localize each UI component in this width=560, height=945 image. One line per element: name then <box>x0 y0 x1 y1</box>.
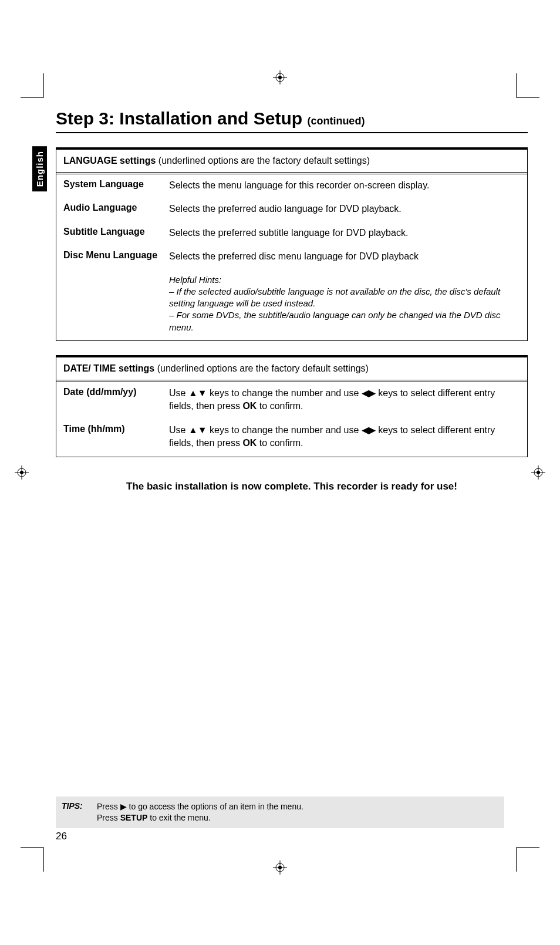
table-row: Subtitle Language Selects the preferred … <box>63 227 520 239</box>
hints-line: – If the selected audio/subtitle languag… <box>169 286 520 310</box>
row-desc: Selects the preferred audio language for… <box>169 203 520 215</box>
table-row: Disc Menu Language Selects the preferred… <box>63 250 520 263</box>
table-header: DATE/ TIME settings (underlined options … <box>56 357 527 382</box>
table-body: Date (dd/mm/yy) Use ▲▼ keys to change th… <box>56 382 527 457</box>
tips-bar: TIPS: Press ▶ to go access the options o… <box>56 797 504 828</box>
row-desc: Use ▲▼ keys to change the number and use… <box>169 424 520 450</box>
table-header: LANGUAGE settings (underlined options ar… <box>56 150 527 174</box>
desc-part: keys to change the number and use <box>207 425 362 435</box>
tips-text: Press ▶ to go access the options of an i… <box>97 801 498 824</box>
crop-mark <box>21 847 44 848</box>
row-label: System Language <box>63 179 169 192</box>
row-label: Time (hh/mm) <box>63 424 169 450</box>
setup-label: SETUP <box>120 813 148 822</box>
registration-mark-icon <box>273 860 287 875</box>
table-row: Audio Language Selects the preferred aud… <box>63 203 520 215</box>
crop-mark <box>516 97 539 98</box>
row-label: Audio Language <box>63 203 169 215</box>
up-down-arrows-icon: ▲▼ <box>188 388 207 398</box>
table-note: (underlined options are the factory defa… <box>158 156 370 166</box>
page-heading: Step 3: Installation and Setup (continue… <box>56 109 528 133</box>
tips-line: Press ▶ to go access the options of an i… <box>97 801 498 812</box>
row-label: Date (dd/mm/yy) <box>63 387 169 413</box>
crop-mark <box>516 848 517 872</box>
crop-mark <box>43 848 44 872</box>
play-arrow-icon: ▶ <box>120 802 127 811</box>
row-label: Subtitle Language <box>63 227 169 239</box>
up-down-arrows-icon: ▲▼ <box>188 425 207 435</box>
row-label-empty <box>63 274 169 333</box>
language-settings-table: LANGUAGE settings (underlined options ar… <box>56 147 528 341</box>
registration-mark-icon <box>15 465 29 480</box>
crop-mark <box>21 97 44 98</box>
language-tab: English <box>32 146 47 191</box>
page-content: Step 3: Installation and Setup (continue… <box>32 109 528 842</box>
crop-mark <box>43 73 44 97</box>
table-row-hints: Helpful Hints: – If the selected audio/s… <box>63 274 520 333</box>
tips-part: Press <box>97 813 120 822</box>
table-title: LANGUAGE settings <box>63 156 156 166</box>
desc-part: to confirm. <box>257 438 303 448</box>
tips-part: Press <box>97 802 120 811</box>
datetime-settings-table: DATE/ TIME settings (underlined options … <box>56 355 528 458</box>
registration-mark-icon <box>273 70 287 85</box>
left-right-arrows-icon: ◀▶ <box>362 388 376 398</box>
row-desc: Selects the preferred subtitle language … <box>169 227 520 239</box>
table-row: Time (hh/mm) Use ▲▼ keys to change the n… <box>63 424 520 450</box>
hints-line: – For some DVDs, the subtitle/audio lang… <box>169 309 520 333</box>
row-desc: Selects the preferred disc menu language… <box>169 250 520 263</box>
row-desc: Use ▲▼ keys to change the number and use… <box>169 387 520 413</box>
tips-part: to exit the menu. <box>147 813 210 822</box>
row-label: Disc Menu Language <box>63 250 169 263</box>
page-number: 26 <box>56 831 67 842</box>
desc-part: to confirm. <box>257 401 303 411</box>
heading-main: Step 3: Installation and Setup <box>56 109 302 128</box>
desc-part: Use <box>169 388 188 398</box>
table-row: System Language Selects the menu languag… <box>63 179 520 192</box>
ok-label: OK <box>242 438 257 448</box>
hints-title: Helpful Hints: <box>169 274 520 286</box>
table-title: DATE/ TIME settings <box>63 363 154 373</box>
crop-mark <box>516 847 539 848</box>
tips-label: TIPS: <box>62 801 97 824</box>
crop-mark <box>516 73 517 97</box>
table-row: Date (dd/mm/yy) Use ▲▼ keys to change th… <box>63 387 520 413</box>
heading-continued: (continued) <box>307 115 365 127</box>
left-right-arrows-icon: ◀▶ <box>362 425 376 435</box>
table-body: System Language Selects the menu languag… <box>56 174 527 340</box>
desc-part: Use <box>169 425 188 435</box>
completion-message: The basic installation is now complete. … <box>56 481 528 492</box>
registration-mark-icon <box>531 465 545 480</box>
table-note: (underlined options are the factory defa… <box>157 363 369 373</box>
ok-label: OK <box>242 401 257 411</box>
row-desc: Selects the menu language for this recor… <box>169 179 520 192</box>
desc-part: keys to change the number and use <box>207 388 362 398</box>
tips-part: to go access the options of an item in t… <box>127 802 303 811</box>
tips-line: Press SETUP to exit the menu. <box>97 812 498 824</box>
helpful-hints: Helpful Hints: – If the selected audio/s… <box>169 274 520 333</box>
